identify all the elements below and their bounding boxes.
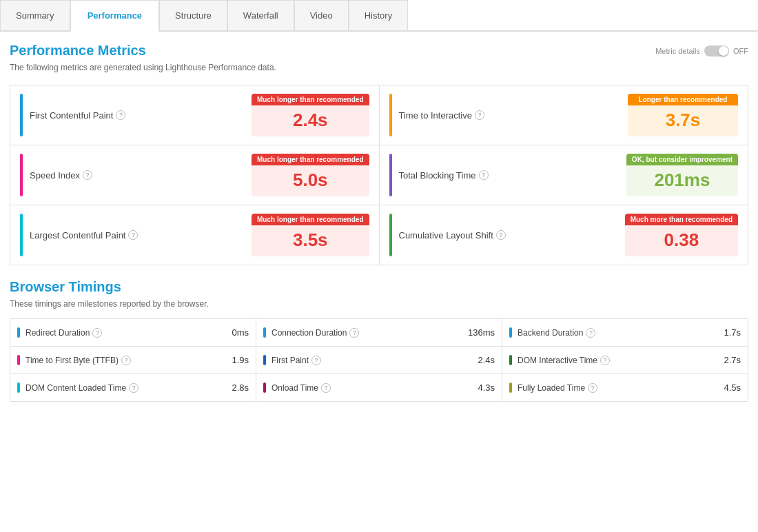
browser-connection-duration: Connection Duration ? 136ms [256,319,502,346]
tbt-accent [389,154,392,196]
fcp-help-icon[interactable]: ? [116,110,125,120]
browser-timings-grid: Redirect Duration ? 0ms Connection Durat… [10,318,748,402]
tti-label: Time to Interactive ? [399,110,622,121]
tabs-bar: Summary Performance Structure Waterfall … [0,0,758,32]
cls-label: Cumulative Layout Shift ? [399,230,618,241]
lcp-value-box: Much longer than recommended 3.5s [252,214,369,256]
cd-help-icon[interactable]: ? [349,328,359,338]
dcl-accent [17,382,20,393]
fl-accent [509,382,512,393]
tab-structure[interactable]: Structure [159,0,227,32]
cd-label: Connection Duration ? [272,328,462,338]
browser-timings-title: Browser Timings [10,279,748,295]
tbt-status: OK, but consider improvement [626,154,738,165]
tab-waterfall[interactable]: Waterfall [227,0,294,32]
tti-value-box: Longer than recommended 3.7s [628,94,738,136]
dcl-value: 2.8s [232,382,249,393]
cd-value: 136ms [468,327,495,338]
tab-history[interactable]: History [349,0,408,32]
si-help-icon[interactable]: ? [83,170,92,180]
ol-help-icon[interactable]: ? [321,383,331,393]
toggle-off-label: OFF [733,47,748,55]
main-content: Performance Metrics The following metric… [0,32,758,413]
browser-timings-desc: These timings are milestones reported by… [10,299,748,309]
rd-value: 0ms [232,327,249,338]
rd-accent [17,327,20,338]
tab-summary[interactable]: Summary [0,0,70,32]
ol-accent [263,382,266,393]
tbt-help-icon[interactable]: ? [479,170,489,180]
metric-cls: Cumulative Layout Shift ? Much more than… [380,205,748,265]
performance-title: Performance Metrics [10,43,276,59]
ol-value: 4.3s [478,382,495,393]
metric-tbt: Total Blocking Time ? OK, but consider i… [380,145,748,205]
si-label: Speed Index ? [30,170,245,181]
fcp-accent [20,94,23,136]
metrics-grid: First Contentful Paint ? Much longer tha… [10,85,748,265]
fl-help-icon[interactable]: ? [588,383,597,393]
fp-accent [263,355,266,365]
ttfb-help-icon[interactable]: ? [121,356,131,365]
browser-fully-loaded: Fully Loaded Time ? 4.5s [502,374,748,401]
ttfb-accent [17,355,20,365]
di-value: 2.7s [724,355,741,365]
lcp-value: 3.5s [252,225,369,256]
lcp-label: Largest Contentful Paint ? [30,230,245,241]
di-accent [509,355,512,365]
bd-value: 1.7s [724,327,741,338]
si-status: Much longer than recommended [252,154,369,165]
rd-label: Redirect Duration ? [25,328,226,338]
cls-help-icon[interactable]: ? [496,230,506,240]
cls-value-box: Much more than recommended 0.38 [625,214,738,256]
di-help-icon[interactable]: ? [600,356,610,365]
browser-onload: Onload Time ? 4.3s [256,374,502,401]
fp-value: 2.4s [478,355,495,365]
cls-value: 0.38 [625,225,738,256]
browser-dom-interactive: DOM Interactive Time ? 2.7s [502,347,748,374]
ttfb-value: 1.9s [232,355,249,365]
tbt-value-box: OK, but consider improvement 201ms [626,154,738,196]
tab-performance[interactable]: Performance [70,0,159,32]
cls-accent [389,214,392,256]
dcl-label: DOM Content Loaded Time ? [25,383,226,393]
tbt-value: 201ms [626,165,738,196]
tti-accent [389,94,392,136]
lcp-status: Much longer than recommended [252,214,369,225]
cls-status: Much more than recommended [625,214,738,225]
si-value: 5.0s [252,165,369,196]
browser-first-paint: First Paint ? 2.4s [256,347,502,374]
metric-fcp: First Contentful Paint ? Much longer tha… [10,85,379,145]
browser-redirect-duration: Redirect Duration ? 0ms [10,319,256,346]
dcl-help-icon[interactable]: ? [129,383,139,393]
tab-video[interactable]: Video [294,0,349,32]
performance-section: Performance Metrics The following metric… [10,43,748,265]
rd-help-icon[interactable]: ? [92,328,102,338]
fcp-value-box: Much longer than recommended 2.4s [252,94,369,136]
browser-ttfb: Time to First Byte (TTFB) ? 1.9s [10,347,256,374]
metric-lcp: Largest Contentful Paint ? Much longer t… [10,205,379,265]
fp-label: First Paint ? [272,356,472,365]
ol-label: Onload Time ? [272,383,472,393]
lcp-help-icon[interactable]: ? [128,230,138,240]
fl-value: 4.5s [724,382,741,393]
tti-help-icon[interactable]: ? [475,110,484,120]
fcp-value: 2.4s [252,105,369,136]
ttfb-label: Time to First Byte (TTFB) ? [25,356,226,365]
fcp-label: First Contentful Paint ? [30,110,245,121]
metric-tti: Time to Interactive ? Longer than recomm… [380,85,748,145]
si-accent [20,154,23,196]
cd-accent [263,327,266,338]
bd-label: Backend Duration ? [518,328,718,338]
di-label: DOM Interactive Time ? [518,356,718,365]
fl-label: Fully Loaded Time ? [518,383,718,393]
metric-details-toggle[interactable] [704,45,729,57]
bd-help-icon[interactable]: ? [586,328,595,338]
performance-desc: The following metrics are generated usin… [10,63,276,72]
fcp-status: Much longer than recommended [252,94,369,105]
si-value-box: Much longer than recommended 5.0s [252,154,369,196]
tti-value: 3.7s [628,105,738,136]
fp-help-icon[interactable]: ? [311,356,321,365]
tti-status: Longer than recommended [628,94,738,105]
browser-backend-duration: Backend Duration ? 1.7s [502,319,748,346]
lcp-accent [20,214,23,256]
